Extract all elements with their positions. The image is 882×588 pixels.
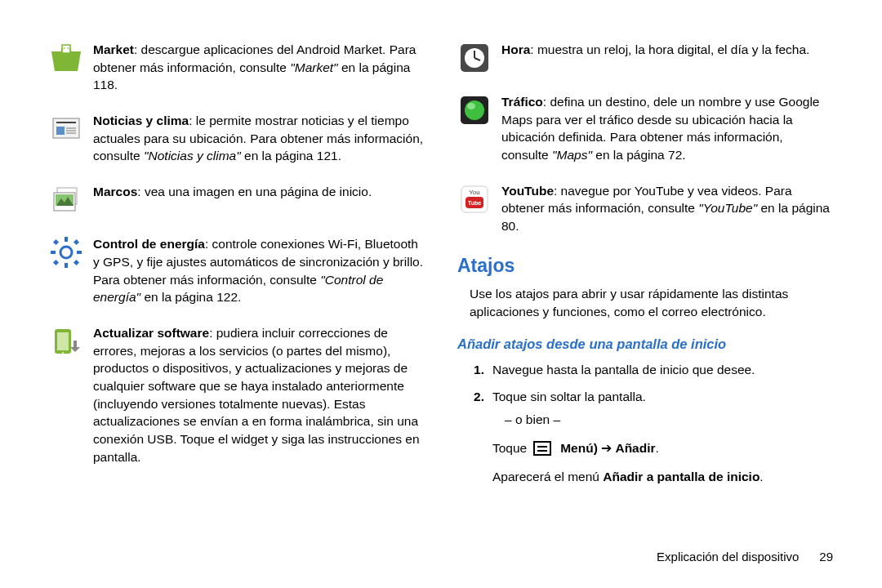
- sub-heading: Añadir atajos desde una pantalla de inic…: [457, 336, 833, 352]
- frames-text: : vea una imagen en una página de inicio…: [137, 185, 372, 198]
- traffic-ref: "Maps": [552, 148, 592, 162]
- step-2: 2. Toque sin soltar la pantalla. – o bie…: [470, 387, 833, 488]
- item-traffic: Tráfico: defina un destino, dele un nomb…: [457, 93, 833, 164]
- power-label: Control de energía: [93, 237, 205, 251]
- market-label: Market: [93, 42, 134, 56]
- power-tail: en la página 122.: [140, 290, 241, 304]
- right-column: Hora: muestra un reloj, la hora digital,…: [457, 41, 833, 525]
- atajos-intro: Use los atajos para abrir y usar rápidam…: [470, 285, 833, 322]
- traffic-icon: [457, 93, 492, 127]
- step-2c-pre: Aparecerá el menú: [492, 470, 603, 483]
- step-2a: Toque sin soltar la pantalla.: [492, 390, 646, 403]
- svg-rect-5: [56, 127, 65, 135]
- item-market: Market: descargue aplicaciones del Andro…: [49, 41, 425, 94]
- footer: Explicación del dispositivo 29: [49, 550, 833, 564]
- svg-point-1: [64, 47, 65, 49]
- item-update: Actualizar software: pudiera incluir cor…: [49, 324, 425, 466]
- item-clock: Hora: muestra un reloj, la hora digital,…: [457, 41, 833, 75]
- step-2c-dot: .: [760, 470, 763, 483]
- step-1: 1. Navegue hasta la pantalla de inicio q…: [470, 360, 833, 381]
- svg-point-13: [60, 247, 72, 258]
- item-power: Control de energía: controle conexiones …: [49, 235, 425, 306]
- svg-point-24: [62, 352, 64, 354]
- item-youtube: YouTube YouTube: navegue por YouTube y v…: [457, 182, 833, 235]
- step-1-text: Navegue hasta la pantalla de inicio que …: [492, 360, 833, 381]
- clock-label: Hora: [501, 42, 530, 56]
- step-2b-menu: Menú): [560, 441, 598, 455]
- traffic-tail: en la página 72.: [592, 148, 686, 162]
- item-news: Noticias y clima: le permite mostrar not…: [49, 112, 425, 165]
- frames-label: Marcos: [93, 185, 137, 198]
- update-text: : pudiera incluir correcciones de errore…: [93, 326, 420, 464]
- frames-icon: [49, 183, 83, 217]
- update-label: Actualizar software: [93, 326, 209, 340]
- svg-rect-17: [77, 251, 82, 254]
- traffic-label: Tráfico: [501, 95, 543, 109]
- market-ref: "Market": [290, 60, 337, 74]
- news-icon: [49, 112, 83, 146]
- step-2b-add: Añadir: [615, 441, 655, 455]
- svg-rect-23: [57, 332, 69, 350]
- gear-icon: [49, 235, 83, 270]
- clock-icon: [457, 41, 492, 75]
- news-tail: en la página 121.: [241, 149, 341, 163]
- atajos-heading: Atajos: [457, 255, 833, 277]
- item-frames: Marcos: vea una imagen en una página de …: [49, 183, 425, 217]
- steps-list: 1. Navegue hasta la pantalla de inicio q…: [470, 360, 833, 488]
- market-icon: [49, 41, 83, 75]
- step-2-num: 2.: [470, 387, 484, 488]
- svg-rect-18: [53, 239, 59, 245]
- step-1-num: 1.: [470, 360, 484, 381]
- svg-rect-16: [51, 251, 56, 254]
- news-ref: "Noticias y clima": [144, 149, 241, 163]
- step-2b-arrow: ➔: [601, 441, 615, 455]
- svg-point-2: [68, 47, 69, 49]
- step-2b-dot: .: [656, 441, 659, 455]
- youtube-label: YouTube: [501, 184, 554, 198]
- option-line: – o bien –: [505, 410, 833, 430]
- svg-rect-20: [53, 260, 59, 265]
- svg-text:Tube: Tube: [468, 200, 481, 206]
- youtube-ref: "YouTube": [698, 201, 757, 215]
- footer-section: Explicación del dispositivo: [657, 550, 799, 564]
- svg-text:You: You: [469, 189, 480, 196]
- update-icon: [49, 324, 83, 359]
- svg-point-31: [467, 103, 475, 109]
- footer-page: 29: [819, 550, 833, 564]
- menu-icon: [533, 441, 551, 456]
- step-2b-pre: Toque: [492, 441, 531, 455]
- news-label: Noticias y clima: [93, 114, 189, 127]
- svg-rect-0: [62, 45, 70, 53]
- svg-point-30: [465, 100, 484, 120]
- left-column: Market: descargue aplicaciones del Andro…: [49, 41, 425, 525]
- youtube-icon: YouTube: [457, 182, 492, 216]
- clock-text: : muestra un reloj, la hora digital, el …: [530, 42, 809, 56]
- svg-rect-21: [74, 260, 79, 265]
- step-2c-bold: Añadir a pantalla de inicio: [603, 470, 760, 483]
- svg-rect-19: [74, 239, 79, 245]
- svg-rect-15: [65, 263, 68, 268]
- svg-rect-14: [65, 237, 68, 242]
